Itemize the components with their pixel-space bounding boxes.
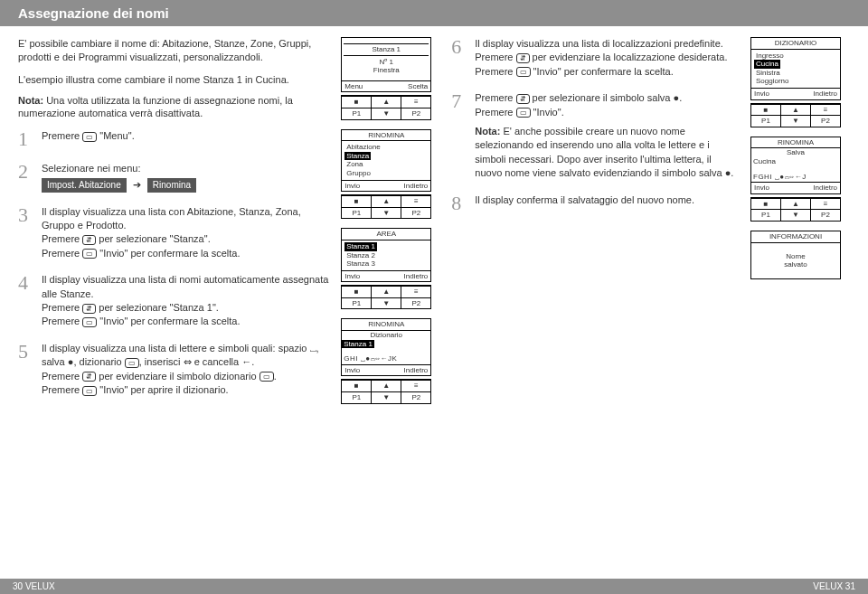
step-number: 6: [451, 37, 466, 79]
step-text: Premere: [42, 248, 82, 259]
step-text: "Invio" per confermare la scelta.: [531, 66, 674, 77]
step-text: Premere: [42, 130, 82, 141]
lcd-subtitle: Salva: [751, 148, 840, 157]
step-3: 3 Il display visualizza una lista con Ab…: [18, 205, 330, 261]
step-text: Premere: [42, 233, 82, 244]
updown-button-icon: ⇵: [82, 235, 96, 245]
up-icon: ▲: [372, 381, 401, 391]
step-body: Premere ▭ "Menu".: [42, 129, 330, 149]
step-text: Premere: [475, 107, 515, 118]
step-text: per selezionare "Stanza".: [96, 233, 210, 244]
pause-icon: ≡: [401, 381, 430, 391]
step-text: "Menu".: [97, 130, 134, 141]
lcd-item-selected: Stanza 1: [344, 242, 377, 251]
p2-key: P2: [811, 116, 840, 127]
lcd-title: INFORMAZIONI: [751, 231, 840, 243]
page-footer: 30 VELUX VELUX 31: [0, 579, 868, 594]
step-number: 7: [451, 91, 466, 180]
step-text: e cancella: [192, 356, 242, 367]
step-text: .: [679, 92, 682, 103]
step-5: 5 Il display visualizza una lista di let…: [18, 342, 330, 398]
lcd-item: Stanza 2: [344, 251, 428, 260]
step-text: Premere: [42, 316, 82, 326]
lcd-item: Abitazione: [344, 143, 428, 152]
step-body: Premere ⇵ per selezionare il simbolo sal…: [475, 91, 740, 180]
p1-key: P1: [751, 116, 781, 127]
step-body: Il display visualizza una lista di local…: [475, 37, 740, 79]
step-text: Premere: [475, 92, 515, 103]
stop-icon: ■: [751, 199, 781, 210]
up-icon: ▲: [372, 196, 401, 207]
step-text: Il display visualizza una lista di lette…: [42, 343, 310, 354]
step-text: per selezionare il simbolo salva: [530, 92, 674, 103]
step-number: 2: [18, 162, 33, 192]
step-text: Premere: [42, 371, 82, 382]
lcd-softlabel: Indietro: [404, 272, 429, 281]
step-text: Il display visualizza una lista di nomi …: [42, 273, 330, 301]
lcd-item-selected: Stanza: [344, 152, 371, 161]
lcd-column-right: DIZIONARIO Ingresso Cucina Sinistra Sogg…: [750, 37, 850, 413]
p2-key: P2: [401, 298, 430, 309]
lcd-item: Cucina: [751, 157, 840, 166]
example-text: L'esempio illustra come cambiare il nome…: [18, 73, 330, 87]
up-icon: ▲: [781, 199, 811, 210]
lcd-softlabel: Invio: [344, 272, 360, 281]
lcd-softlabel: Invio: [344, 182, 360, 191]
enter-button-icon: ▭: [516, 67, 531, 77]
step-body: Il display visualizza una lista con Abit…: [42, 205, 330, 261]
stop-icon: ■: [342, 196, 372, 207]
step-4: 4 Il display visualizza una lista di nom…: [18, 273, 330, 329]
down-icon: ▼: [781, 210, 811, 221]
lcd-glyph-row: GHI ⎵●▭⇔←JK: [342, 354, 430, 364]
down-icon: ▼: [372, 392, 401, 403]
step-text: "Invio" per aprire il dizionario.: [97, 384, 228, 395]
step-text: "Invio" per confermare la scelta.: [97, 316, 240, 326]
pause-icon: ≡: [401, 287, 430, 297]
enter-button-icon: ▭: [82, 317, 97, 327]
lcd-subtitle: Dizionario: [342, 331, 430, 340]
lcd-rinomina-salva: RINOMINA Salva Cucina FGHI ⎵●▭⇔←J InvioI…: [750, 137, 850, 222]
enter-button-icon: ▭: [82, 132, 97, 142]
updown-button-icon: ⇵: [516, 94, 530, 104]
lcd-title: AREA: [342, 229, 430, 240]
step-text: , inserisci: [139, 356, 184, 367]
step-2: 2 Selezionare nei menu: Impost. Abitazio…: [18, 162, 330, 192]
note-label: Nota:: [18, 95, 43, 106]
enter-button-icon: ▭: [82, 249, 97, 259]
updown-button-icon: ⇵: [82, 372, 96, 382]
step-text: Premere: [42, 302, 82, 313]
step-text: per evidenziare il simbolo dizionario: [96, 371, 259, 382]
lcd-line: Stanza 1: [344, 43, 429, 56]
stop-icon: ■: [751, 105, 781, 116]
lcd-softlabel: Indietro: [813, 184, 837, 193]
step-text: "Invio" per confermare la scelta.: [97, 248, 240, 259]
step-body: Il display visualizza una lista di nomi …: [42, 273, 330, 329]
up-icon: ▲: [781, 105, 811, 116]
delete-symbol-icon: ←: [241, 356, 251, 367]
step-text: , dizionario: [73, 356, 124, 367]
step-text: Selezionare nei menu:: [42, 162, 330, 175]
p1-key: P1: [751, 210, 781, 221]
lcd-line: salvato: [753, 260, 838, 269]
left-column: E' possibile cambiare il nome di: Abitaz…: [18, 37, 330, 413]
page-number-left: 30 VELUX: [0, 579, 68, 594]
lcd-item-selected: Cucina: [754, 60, 780, 69]
dictionary-symbol-icon: ▭: [259, 372, 274, 382]
step-number: 1: [18, 129, 33, 149]
lcd-line: Nome: [753, 252, 838, 261]
lcd-item: Soggiorno: [754, 77, 837, 86]
p2-key: P2: [401, 392, 430, 403]
step-text: "Invio".: [531, 107, 564, 118]
p1-key: P1: [342, 298, 372, 309]
updown-button-icon: ⇵: [82, 304, 96, 314]
p1-key: P1: [342, 108, 372, 119]
p1-key: P1: [342, 392, 372, 403]
down-icon: ▼: [372, 298, 401, 309]
step-8: 8 Il display conferma il salvataggio del…: [451, 193, 740, 213]
step-text: Premere: [475, 66, 515, 77]
step-number: 5: [18, 342, 33, 398]
pause-icon: ≡: [811, 199, 840, 210]
pause-icon: ≡: [401, 196, 430, 207]
page-number-right: VELUX 31: [800, 579, 868, 594]
lcd-title: RINOMINA: [751, 137, 840, 149]
